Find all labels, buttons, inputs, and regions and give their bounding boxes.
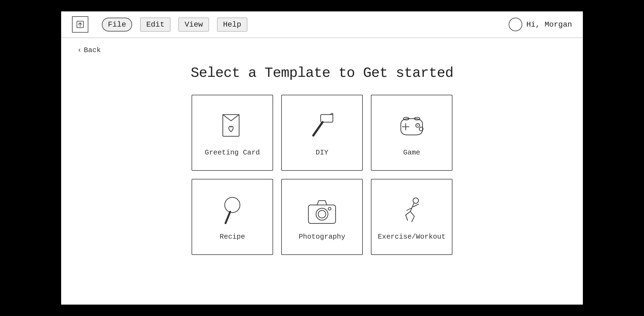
- chevron-left-icon: ‹: [77, 46, 82, 54]
- page-title: Select a Template to Get started: [61, 65, 583, 81]
- hammer-icon: [304, 109, 340, 144]
- greeting-card-icon: [215, 109, 250, 144]
- template-recipe[interactable]: Recipe: [192, 179, 273, 255]
- runner-icon: [394, 193, 429, 229]
- avatar: [509, 18, 522, 31]
- svg-rect-2: [321, 115, 333, 122]
- camera-icon: [304, 193, 340, 229]
- back-section: ‹ Back: [61, 38, 583, 57]
- exercise-label: Exercise/Workout: [378, 233, 446, 241]
- svg-point-14: [328, 207, 331, 210]
- photography-label: Photography: [299, 233, 345, 241]
- menu-help[interactable]: Help: [217, 18, 247, 31]
- menu-file[interactable]: File: [102, 18, 132, 31]
- user-greeting: Hi, Morgan: [526, 20, 572, 29]
- template-game[interactable]: + Game: [371, 95, 452, 171]
- diy-label: DIY: [316, 148, 329, 157]
- svg-line-16: [410, 203, 414, 211]
- svg-rect-1: [223, 115, 239, 136]
- svg-point-13: [318, 210, 326, 218]
- template-photography[interactable]: Photography: [281, 179, 363, 255]
- back-button[interactable]: ‹ Back: [77, 46, 101, 54]
- svg-rect-11: [308, 205, 336, 223]
- game-label: Game: [403, 148, 420, 157]
- svg-point-15: [413, 198, 418, 203]
- template-grid: Greeting Card DIY: [61, 95, 583, 255]
- svg-point-12: [316, 208, 328, 220]
- app-window: File Edit View Help Hi, Morgan ‹ Back Se…: [61, 11, 583, 305]
- user-area: Hi, Morgan: [509, 18, 572, 31]
- svg-text:+: +: [417, 124, 418, 128]
- menu-edit[interactable]: Edit: [140, 18, 170, 31]
- recipe-label: Recipe: [220, 233, 245, 241]
- app-logo: [72, 16, 88, 33]
- spoon-icon: [215, 193, 250, 229]
- svg-point-10: [225, 197, 240, 213]
- back-label: Back: [84, 46, 101, 54]
- greeting-card-label: Greeting Card: [205, 148, 260, 157]
- template-greeting-card[interactable]: Greeting Card: [192, 95, 273, 171]
- menu-bar: File Edit View Help Hi, Morgan: [61, 11, 583, 38]
- template-exercise[interactable]: Exercise/Workout: [371, 179, 452, 255]
- template-diy[interactable]: DIY: [281, 95, 363, 171]
- gamepad-icon: +: [394, 109, 429, 144]
- menu-view[interactable]: View: [179, 18, 209, 31]
